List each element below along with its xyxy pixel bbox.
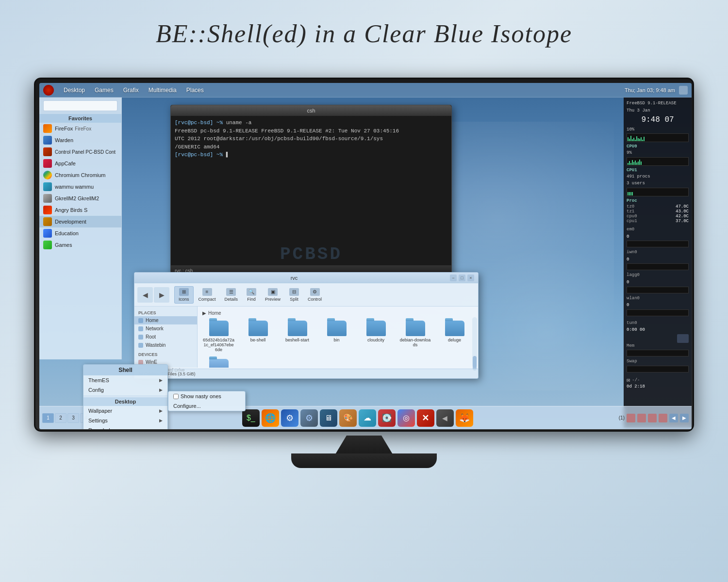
taskbar-chromium[interactable]: ◎ (397, 409, 415, 427)
taskbar-browser1[interactable]: 🌐 (262, 409, 279, 427)
sidebar-item-development[interactable]: Development (39, 216, 121, 227)
fm-file-0[interactable]: 65d324b1da72a1c_ef14067ebe6de (200, 319, 237, 354)
pager-3[interactable]: 3 (67, 413, 79, 423)
pager-1[interactable]: 1 (42, 413, 54, 423)
fm-minimize-btn[interactable]: − (450, 275, 457, 281)
fm-forward-btn[interactable]: ▶ (154, 287, 169, 303)
fm-file-label-6: deluge (448, 338, 461, 342)
chromium2-icon: ◎ (403, 413, 410, 422)
taskbar-arrow-left-btn[interactable]: ◀ (669, 414, 678, 422)
taskbar-earth[interactable]: ⚙ (281, 409, 298, 427)
fm-sidebar-root[interactable]: Root (134, 333, 197, 341)
taskbar-x-btn-4[interactable] (659, 414, 667, 422)
taskbar-firefox2[interactable]: 🦊 (456, 409, 473, 427)
terminal-line-3: UTC 2012 root@darkstar:/usr/obj/pcbsd-bu… (175, 135, 447, 143)
menu-desktop[interactable]: Desktop (59, 87, 90, 94)
fm-sidebar-wastebin[interactable]: Wastebin (134, 341, 197, 349)
fm-compact-label: Compact (199, 297, 216, 302)
taskbar-terminal[interactable]: $_ (242, 409, 260, 427)
fm-file-7[interactable]: Desktop (200, 357, 237, 368)
shell-menu-wallpaper[interactable]: Wallpaper ▶ (83, 406, 167, 416)
sidebar-item-appcafe[interactable]: AppCafe (39, 158, 121, 169)
fm-statusbar: 24 Folders, 12 Files (3.5 GiB) (134, 369, 478, 378)
pager-2[interactable]: 2 (55, 413, 66, 423)
rdisk-icon: 💽 (382, 413, 392, 422)
fm-file-2[interactable]: beshell-start (279, 319, 315, 354)
sidebar-item-wammu[interactable]: wammu wammu (39, 181, 121, 193)
sidebar-search[interactable] (43, 100, 117, 111)
sidebar-item-education[interactable]: Education (39, 227, 121, 239)
fm-split-btn[interactable]: ⊟ Split (285, 287, 303, 303)
fm-body: Places Home Network Root (134, 307, 478, 368)
fm-compact-btn[interactable]: ≡ Compact (195, 287, 220, 303)
fm-back-btn[interactable]: ◀ (137, 287, 153, 303)
fm-sidebar-home[interactable]: Home (134, 316, 197, 324)
fm-scrollbar[interactable] (472, 317, 477, 368)
fm-file-5[interactable]: debian-downloads (397, 319, 433, 354)
sidebar-item-controlpanel[interactable]: Control Panel PC-BSD Cont (39, 146, 121, 158)
taskbar-settings[interactable]: ⚙ (300, 409, 318, 427)
sysmon-em0: em0 (627, 226, 689, 233)
submenu-show-nasty[interactable]: Show nasty ones (168, 391, 245, 401)
fm-sidebar-network[interactable]: Network (134, 324, 197, 333)
terminal-icon: $_ (247, 414, 255, 422)
pcbsd-logo-icon[interactable] (43, 85, 54, 96)
taskbar-rdisk[interactable]: 💽 (378, 409, 396, 427)
submenu-configure[interactable]: Configure... (168, 401, 245, 411)
fm-preview-btn[interactable]: ▣ Preview (261, 287, 284, 303)
taskbar-x-btn-3[interactable] (648, 414, 657, 422)
fm-file-6[interactable]: deluge (436, 319, 473, 354)
fm-icons-btn[interactable]: ⊞ Icons (174, 286, 194, 304)
fm-file-1[interactable]: be-shell (240, 319, 276, 354)
menu-games[interactable]: Games (90, 87, 118, 94)
fm-find-btn[interactable]: 🔍 Find (243, 287, 260, 303)
sidebar-item-warden[interactable]: Warden (39, 134, 121, 146)
sidebar-warden-label: Warden (55, 137, 73, 143)
fm-file-3[interactable]: bin (318, 319, 355, 354)
taskbar-cross[interactable]: ✕ (417, 409, 434, 427)
shell-menu-config[interactable]: Config ▶ (83, 385, 167, 395)
menu-right-area: Thu; Jan 03; 9:48 am (625, 86, 688, 95)
sysmon-cpu0-label: CPU0 (627, 144, 689, 149)
menu-multimedia[interactable]: Multimedia (144, 87, 182, 94)
fm-control-btn[interactable]: ⚙ Control (304, 287, 326, 303)
fm-breadcrumb: ▶ Home (200, 309, 475, 317)
fm-file-4[interactable]: cloudcity (358, 319, 394, 354)
menu-tray-icon[interactable] (679, 86, 688, 95)
fm-close-btn[interactable]: × (467, 275, 474, 281)
fm-details-icon: ☰ (226, 288, 236, 296)
menu-grafix[interactable]: Grafix (118, 87, 144, 94)
sysmon-proc-label: Proc (627, 198, 689, 203)
sysmon-lagg0: lagg0 (627, 272, 689, 278)
fm-details-btn[interactable]: ☰ Details (221, 287, 242, 303)
firefox-icon (43, 124, 52, 133)
terminal-body[interactable]: [rvc@pc-bsd] ~% uname -a FreeBSD pc-bsd … (171, 116, 451, 265)
sidebar-item-firefox[interactable]: FireFox FireFox (39, 123, 121, 134)
taskbar-monitor[interactable]: 🖥 (320, 409, 337, 427)
sidebar-games-label: Games (55, 242, 72, 248)
terminal-line-1: [rvc@pc-bsd] ~% uname -a (175, 119, 447, 127)
fm-maximize-btn[interactable]: □ (459, 275, 465, 281)
show-nasty-checkbox[interactable] (173, 394, 179, 399)
taskbar-x-btn-2[interactable] (637, 414, 646, 422)
menu-places[interactable]: Places (182, 87, 209, 94)
monitor-stand-base (291, 453, 437, 468)
sysmon-wlan0-graph (627, 309, 689, 316)
taskbar-x-btn-1[interactable] (627, 414, 635, 422)
gkrellm-icon (43, 194, 52, 203)
sidebar-item-angrybirds[interactable]: Angry Birds S (39, 204, 121, 216)
sysmon-cpu1-graph (627, 157, 689, 166)
taskbar-arrow-left[interactable]: ◀ (436, 409, 454, 427)
sysmon-lagg0-graph (627, 287, 689, 293)
sidebar-item-gkrellm[interactable]: GkrellM2 GkrellM2 (39, 193, 121, 204)
taskbar-weather[interactable]: ☁ (359, 409, 376, 427)
taskbar-paintbrush[interactable]: 🎨 (339, 409, 357, 427)
sidebar-item-chromium[interactable]: Chromium Chromium (39, 169, 121, 181)
sidebar-item-games[interactable]: Games (39, 239, 121, 251)
shell-menu-themes[interactable]: ThemES ▶ (83, 375, 167, 385)
shell-menu-rounded[interactable]: Rounded corners... (83, 425, 167, 429)
themes-arrow-icon: ▶ (159, 378, 163, 383)
shell-menu-settings[interactable]: Settings ▶ (83, 416, 167, 425)
sysmon-os-text: FreeBSD 9.1-RELEASE (627, 101, 677, 106)
taskbar-arrow-right-btn[interactable]: ▶ (680, 414, 689, 422)
